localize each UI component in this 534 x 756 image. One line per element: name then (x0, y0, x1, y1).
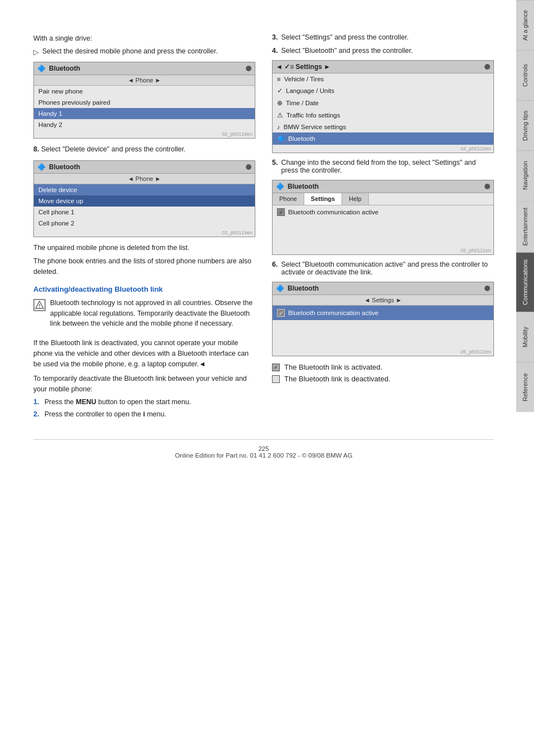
step-8: 8. Select "Delete device" and press the … (33, 144, 255, 155)
left-column: With a single drive: ▷ Select the desire… (33, 33, 255, 423)
screen-row-prev: Phones previously paired (34, 97, 255, 108)
bt-icon-4: 🔷 (276, 183, 284, 190)
checkbox-label-4: Bluetooth communication active (288, 209, 378, 215)
screen-mockup-2: 🔷 Bluetooth ◄ Phone ► Delete device Move… (33, 160, 255, 237)
screen-row-cell2: Cell phone 2 (34, 218, 255, 229)
step-6-num: 6. (272, 261, 278, 276)
screen-row-vehicle: ≡ Vehicle / Tires (273, 73, 493, 85)
bmw-icon: ♪ (277, 124, 280, 130)
screen-header-2: 🔷 Bluetooth (34, 161, 255, 174)
bullet-text: Select the desired mobile phone and pres… (42, 47, 217, 56)
screen-mockup-4: 🔷 Bluetooth Phone Settings Help ✓ Blueto… (272, 180, 494, 255)
screen-header-5: 🔷 Bluetooth (273, 282, 493, 295)
settings-screen: ◄ ✓≡ Settings ► ≡ Vehicle / Tires ✓ Lang… (272, 60, 494, 153)
page-number: 225 (33, 445, 494, 452)
step-5-text: Change into the second field from the to… (281, 159, 494, 174)
activated-legend: ✓ The Bluetooth link is activated. (272, 363, 494, 371)
sidebar-tab-communications[interactable]: Communications (516, 252, 534, 312)
screen-dot-3 (484, 64, 490, 70)
screen-header-3: ◄ ✓≡ Settings ► (273, 61, 493, 73)
warning-box: Bluetooth technology is not approved in … (33, 298, 255, 332)
screen-row-handy2: Handy 2 (34, 119, 255, 130)
step-4-text: Select "Bluetooth" and press the control… (281, 47, 413, 55)
step-1-text: Press the MENU button to open the start … (44, 398, 191, 406)
step-2-text: Press the controller to open the i menu. (44, 410, 166, 418)
screen-row-time: ⊕ Time / Date (273, 97, 493, 109)
step-3-num: 3. (272, 33, 278, 41)
screen-title-5: Bluetooth (288, 284, 319, 292)
step-6-text: Select "Bluetooth communication active" … (281, 261, 494, 276)
screen-mockup-5: 🔷 Bluetooth ◄ Settings ► ✓ Bluetooth com… (272, 282, 494, 356)
step-8-num: 8. (33, 145, 39, 153)
step-5-num: 5. (272, 159, 278, 174)
sidebar-tab-controls[interactable]: Controls (516, 50, 534, 100)
screen-title-1: Bluetooth (49, 65, 80, 72)
screen-row-bmw: ♪ BMW Service settings (273, 121, 493, 132)
screen-row-move: Move device up (34, 195, 255, 207)
tab-phone[interactable]: Phone (273, 193, 304, 205)
step-8-desc: Select "Delete device" and press the con… (41, 145, 186, 153)
screen-sub-1: ◄ Phone ► (34, 75, 255, 86)
bluetooth-screen-2: 🔷 Bluetooth ◄ Phone ► Delete device Move… (33, 160, 255, 237)
time-icon: ⊕ (277, 99, 283, 107)
language-icon: ✓ (277, 87, 283, 95)
sidebar-tab-entertainment[interactable]: Entertainment (516, 200, 534, 252)
screen-header-4: 🔷 Bluetooth (273, 180, 493, 193)
warning-text: Bluetooth technology is not approved in … (50, 298, 255, 329)
intro-text: With a single drive: (33, 33, 255, 44)
bt-icon-2: 🔷 (37, 163, 46, 171)
tab-help[interactable]: Help (342, 193, 369, 205)
watermark-3: 04_ph0120en (273, 145, 493, 153)
screen-mockup-3: ◄ ✓≡ Settings ► ≡ Vehicle / Tires ✓ Lang… (272, 60, 494, 153)
copyright-text: Online Edition for Part no. 01 41 2 600 … (33, 452, 494, 459)
screen-sub-2: ◄ Phone ► (34, 174, 255, 184)
step-6-header: 6. Select "Bluetooth communication activ… (272, 261, 494, 276)
bt-icon-1: 🔷 (37, 65, 46, 72)
screen-row-cell1: Cell phone 1 (34, 207, 255, 218)
watermark-2: 03_ph0119en (34, 229, 255, 237)
page-footer: 225 Online Edition for Part no. 01 41 2 … (33, 439, 494, 459)
tab-settings[interactable]: Settings (304, 193, 342, 205)
sidebar-tab-navigation[interactable]: Navigation (516, 150, 534, 200)
watermark-5: 05_ph0122en (273, 348, 493, 356)
screen-row-traffic: ⚠ Traffic Info settings (273, 109, 493, 121)
screen-title-4: Bluetooth (288, 183, 319, 190)
activated-icon: ✓ (272, 364, 280, 371)
unpaired-text-1: The unpaired mobile phone is deleted fro… (33, 243, 255, 253)
bluetooth-active-screen: 🔷 Bluetooth ◄ Settings ► ✓ Bluetooth com… (272, 282, 494, 356)
sidebar-tab-reference[interactable]: Reference (516, 362, 534, 412)
screen-row-handy1: Handy 1 (34, 108, 255, 119)
sidebar-tab-at-a-glance[interactable]: At a glance (516, 0, 534, 50)
step-3-text: Select "Settings" and press the controll… (281, 33, 408, 41)
vehicle-icon: ≡ (277, 76, 281, 82)
settings-header-text: ◄ ✓≡ Settings ► (276, 63, 330, 71)
watermark-1: 02_ph0118en (34, 130, 255, 138)
checkbox-row-5: ✓ Bluetooth communication active (273, 306, 493, 320)
step-6: 6. Select "Bluetooth communication activ… (272, 261, 494, 276)
screen-row-pair: Pair new phone (34, 86, 255, 97)
screen-dot-1 (246, 66, 251, 71)
checkbox-icon-4: ✓ (277, 208, 285, 216)
step-3-header: 3. Select "Settings" and press the contr… (272, 33, 494, 41)
bluetooth-tabs-screen: 🔷 Bluetooth Phone Settings Help ✓ Blueto… (272, 180, 494, 255)
step-4-num: 4. (272, 47, 278, 55)
step-4: 4. Select "Bluetooth" and press the cont… (272, 47, 494, 55)
warning-icon (33, 299, 46, 311)
unpaired-text-2: The phone book entries and the lists of … (33, 256, 255, 277)
bluetooth-screen-1: 🔷 Bluetooth ◄ Phone ► Pair new phone Pho… (33, 62, 255, 139)
screen-title-2: Bluetooth (49, 163, 80, 171)
screen-row-language: ✓ Language / Units (273, 85, 493, 97)
step-5: 5. Change into the second field from the… (272, 159, 494, 174)
sidebar-tab-mobility[interactable]: Mobility (516, 312, 534, 362)
screen-row-bluetooth: 🔷 Bluetooth (273, 132, 493, 145)
screen-empty-area-4 (273, 219, 493, 247)
steps-list: 1. Press the MENU button to open the sta… (33, 398, 255, 418)
screen-header-1: 🔷 Bluetooth (34, 62, 255, 75)
watermark-4: 05_ph0121en (273, 247, 493, 254)
checkbox-label-5: Bluetooth communication active (288, 310, 378, 316)
sidebar-tab-driving-tips[interactable]: Driving tips (516, 100, 534, 150)
svg-point-2 (39, 307, 40, 308)
unchecked-cb (272, 375, 280, 383)
step-2-num: 2. (33, 410, 41, 418)
deactivated-icon (272, 375, 280, 383)
